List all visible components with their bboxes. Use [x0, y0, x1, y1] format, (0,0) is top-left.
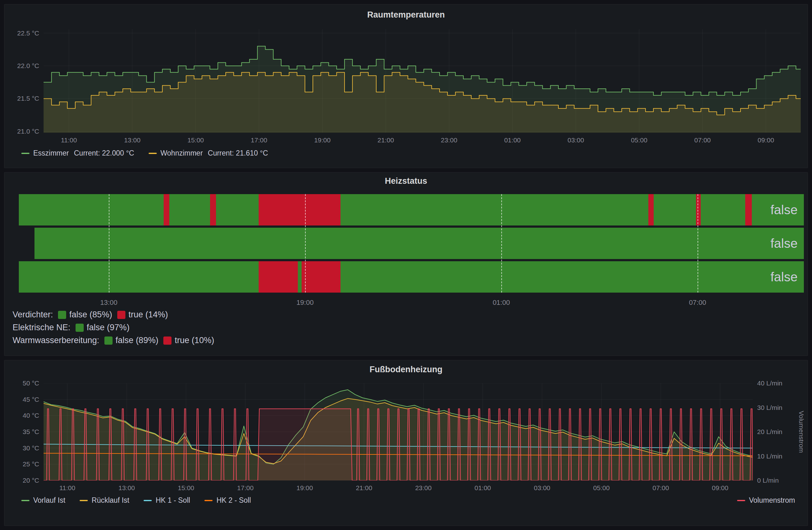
state-segment-true[interactable] [696, 194, 701, 226]
state-segment-true[interactable] [259, 261, 298, 292]
state-segment-true[interactable] [302, 261, 340, 292]
row-current-value: false [770, 203, 798, 217]
legend-item-HK 1 - Soll[interactable]: HK 1 - Soll [144, 496, 190, 505]
legend-state-label[interactable]: true (10%) [175, 335, 214, 345]
state-segment-false[interactable] [216, 194, 259, 226]
x-tick-label: 23:00 [415, 484, 432, 492]
legend-series-name: HK 1 - Soll [156, 496, 190, 505]
x-axis: 13:0019:0001:0007:00 [19, 295, 804, 309]
x-tick-label: 19:00 [296, 299, 314, 307]
x-tick-label: 05:00 [631, 137, 648, 144]
legend-state-label[interactable]: false (89%) [116, 335, 159, 345]
state-segment-false[interactable] [169, 194, 210, 226]
state-segment-true[interactable] [745, 194, 752, 226]
legend-swatch-false[interactable] [58, 311, 66, 319]
state-segment-false[interactable] [654, 194, 696, 226]
state-segment-false[interactable] [34, 228, 804, 259]
plot-area[interactable] [44, 383, 753, 481]
x-tick-label: 19:00 [314, 137, 331, 144]
legend: Verdichter:false (85%)true (14%)Elektris… [4, 309, 808, 353]
x-tick-label: 03:00 [534, 484, 551, 492]
x-tick-label: 09:00 [758, 137, 774, 144]
state-segment-false[interactable] [701, 194, 745, 226]
x-tick-label: 01:00 [504, 137, 521, 144]
x-tick-label: 11:00 [61, 137, 77, 144]
legend-swatch-true[interactable] [117, 311, 126, 319]
legend-current-value: Current: 22.000 °C [74, 149, 134, 157]
timeline-legend-line: Warmwasserbereitung:false (89%)true (10%… [13, 335, 808, 345]
x-tick-label: 13:00 [118, 484, 135, 492]
y-tick-label: 45 °C [23, 396, 39, 403]
legend: Vorlauf IstRücklauf IstHK 1 - SollHK 2 -… [4, 493, 808, 505]
plot-area[interactable] [44, 29, 801, 133]
raumtemperaturen-canvas [44, 29, 801, 133]
state-segment-false[interactable] [19, 194, 164, 226]
state-segment-true[interactable] [259, 194, 340, 226]
y-right-tick-label: 0 L/min [757, 477, 779, 484]
legend: EsszimmerCurrent: 22.000 °CWohnzimmerCur… [4, 146, 808, 157]
legend-item-HK 2 - Soll[interactable]: HK 2 - Soll [204, 496, 251, 505]
right-axis-title: Volumenstrom [798, 411, 805, 453]
state-segment-true[interactable] [164, 194, 169, 226]
x-tick-label: 07:00 [689, 299, 706, 307]
chart-fussbodenheizung: 20 °C25 °C30 °C35 °C40 °C45 °C50 °C 0 L/… [4, 383, 808, 493]
legend-item-Rücklauf Ist[interactable]: Rücklauf Ist [79, 496, 129, 505]
legend-current-value: Current: 21.610 °C [208, 149, 268, 157]
panel-heizstatus: Heizstatus falsefalsefalse 13:0019:0001:… [4, 172, 808, 356]
state-segment-false[interactable] [340, 194, 649, 226]
x-tick-label: 17:00 [251, 137, 267, 144]
legend-series-name: Rücklauf Ist [91, 496, 129, 505]
panel-raumtemperaturen: Raumtemperaturen 21.0 °C21.5 °C22.0 °C22… [4, 4, 808, 168]
x-tick-label: 21:00 [377, 137, 394, 144]
legend-swatch-true[interactable] [163, 336, 172, 345]
state-segment-true[interactable] [648, 194, 654, 226]
x-axis: 11:0013:0015:0017:0019:0021:0023:0001:00… [44, 133, 801, 146]
y-axis-right-spacer [801, 29, 808, 133]
legend-series-name: Vorlauf Ist [33, 496, 65, 505]
time-gridline [109, 194, 110, 292]
state-timeline[interactable]: falsefalsefalse [19, 194, 804, 295]
legend-state-label[interactable]: false (97%) [87, 323, 130, 332]
x-tick-label: 01:00 [493, 299, 510, 307]
state-segment-true[interactable] [210, 194, 216, 226]
legend-item-Wohnzimmer[interactable]: WohnzimmerCurrent: 21.610 °C [149, 149, 268, 157]
y-tick-label: 21.0 °C [17, 128, 39, 135]
panel-title-fussbodenheizung[interactable]: Fußbodenheizung [4, 360, 808, 374]
y-right-tick-label: 20 L/min [757, 428, 783, 435]
legend-series-marker [21, 153, 29, 154]
legend-series-name: Warmwasserbereitung: [13, 335, 99, 345]
legend-series-name: Verdichter: [13, 310, 53, 319]
legend-item-Esszimmer[interactable]: EsszimmerCurrent: 22.000 °C [21, 149, 134, 157]
x-tick-label: 11:00 [59, 484, 75, 492]
y-tick-label: 25 °C [23, 460, 39, 468]
legend-item-Vorlauf Ist[interactable]: Vorlauf Ist [21, 496, 65, 505]
x-tick-label: 21:00 [356, 484, 373, 492]
y-tick-label: 30 °C [23, 444, 39, 452]
state-segment-false[interactable] [298, 261, 302, 292]
y-tick-label: 21.5 °C [17, 95, 39, 102]
panel-title-heizstatus[interactable]: Heizstatus [4, 172, 808, 186]
y-right-tick-label: 40 L/min [757, 379, 783, 387]
y-tick-label: 50 °C [23, 379, 39, 387]
panel-title-raumtemperaturen[interactable]: Raumtemperaturen [4, 4, 808, 20]
x-axis: 11:0013:0015:0017:0019:0021:0023:0001:00… [44, 481, 753, 493]
y-tick-label: 22.5 °C [17, 29, 39, 37]
x-tick-label: 05:00 [593, 484, 610, 492]
y-axis-left: 20 °C25 °C30 °C35 °C40 °C45 °C50 °C [4, 383, 44, 481]
y-axis-left: 21.0 °C21.5 °C22.0 °C22.5 °C [4, 29, 44, 133]
legend-series-marker [737, 500, 745, 501]
legend-state-label[interactable]: true (14%) [129, 310, 168, 319]
legend-item-Volumenstrom[interactable]: Volumenstrom [737, 496, 795, 505]
legend-swatch-false[interactable] [104, 336, 113, 345]
y-tick-label: 35 °C [23, 428, 39, 435]
legend-state-label[interactable]: false (85%) [69, 310, 112, 319]
state-segment-false[interactable] [19, 261, 259, 292]
time-gridline [501, 194, 502, 292]
state-segment-false[interactable] [340, 261, 804, 292]
legend-swatch-false[interactable] [75, 324, 84, 332]
x-tick-label: 15:00 [188, 137, 204, 144]
legend-series-marker [204, 500, 213, 501]
x-tick-label: 07:00 [694, 137, 711, 144]
legend-series-name: Elektrische NE: [13, 323, 71, 332]
timeline-row-warmwasserbereitung: false [19, 261, 804, 292]
